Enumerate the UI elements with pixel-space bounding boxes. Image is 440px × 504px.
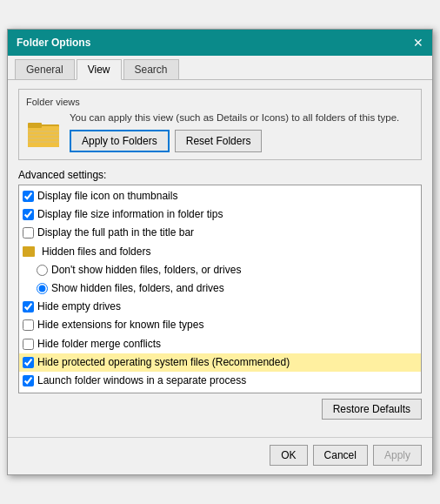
apply-button[interactable]: Apply [373, 445, 422, 466]
list-item: Display the full path in the title bar [19, 224, 421, 242]
list-item: Don't show hidden files, folders, or dri… [19, 261, 421, 279]
dont-show-hidden-radio[interactable] [37, 265, 48, 276]
folder-icon [26, 116, 61, 149]
advanced-settings-label: Advanced settings: [18, 169, 422, 181]
folder-options-dialog: Folder Options ✕ General View Search Fol… [7, 29, 433, 475]
svg-rect-2 [28, 123, 42, 128]
settings-list-container[interactable]: Display file icon on thumbnails Display … [18, 185, 422, 393]
svg-rect-1 [28, 126, 59, 147]
list-item: Display file size information in folder … [19, 205, 421, 224]
tab-bar: General View Search [8, 56, 432, 80]
folder-views-buttons: Apply to Folders Reset Folders [70, 130, 399, 152]
hide-extensions-checkbox[interactable] [23, 319, 34, 331]
hide-empty-drives-checkbox[interactable] [23, 301, 34, 312]
dialog-content: Folder views You can [8, 80, 432, 432]
list-item-label: Hide empty drives [37, 299, 121, 315]
cancel-button[interactable]: Cancel [313, 445, 368, 466]
list-item-label: Display file size information in folder … [37, 206, 223, 223]
folder-small-icon [23, 246, 35, 257]
reset-folders-button[interactable]: Reset Folders [175, 130, 263, 152]
folder-views-legend: Folder views [26, 97, 414, 107]
hide-protected-checkbox[interactable] [23, 357, 34, 368]
list-item: Show hidden files, folders, and drives [19, 279, 421, 298]
list-item-label: Hide extensions for known file types [37, 317, 203, 333]
title-bar: Folder Options ✕ [8, 30, 432, 56]
display-file-size-checkbox[interactable] [23, 209, 34, 220]
list-item-highlighted: Hide protected operating system files (R… [19, 353, 421, 372]
folder-views-body: You can apply this view (such as Details… [26, 112, 414, 152]
list-item: Hide extensions for known file types [19, 316, 421, 334]
show-hidden-radio[interactable] [37, 283, 48, 294]
folder-views-description: You can apply this view (such as Details… [70, 112, 399, 152]
ok-button[interactable]: OK [270, 445, 307, 466]
hidden-files-section: Hidden files and folders [19, 243, 421, 261]
list-item-label: Restore previous folder windows at logon [37, 391, 228, 393]
restore-defaults-button[interactable]: Restore Defaults [322, 399, 422, 420]
list-item-label: Don't show hidden files, folders, or dri… [51, 262, 241, 279]
list-item-label: Display the full path in the title bar [37, 225, 194, 241]
hide-folder-merge-checkbox[interactable] [23, 339, 34, 350]
list-item-label: Hide folder merge conflicts [37, 336, 161, 353]
tab-general[interactable]: General [15, 59, 75, 79]
dialog-title: Folder Options [17, 37, 90, 49]
list-item-label: Hidden files and folders [42, 244, 150, 260]
display-file-icon-checkbox[interactable] [23, 191, 34, 202]
apply-to-folders-button[interactable]: Apply to Folders [70, 130, 170, 152]
list-item: Hide folder merge conflicts [19, 335, 421, 353]
list-item-label: Hide protected operating system files (R… [37, 354, 290, 371]
list-item: Hide empty drives [19, 298, 421, 316]
folder-views-text: You can apply this view (such as Details… [70, 112, 399, 123]
list-item: Restore previous folder windows at logon [19, 390, 421, 393]
list-item-label: Display file icon on thumbnails [37, 188, 177, 205]
launch-folder-checkbox[interactable] [23, 375, 34, 386]
list-item: Display file icon on thumbnails [19, 187, 421, 205]
close-button[interactable]: ✕ [413, 37, 423, 49]
tab-search[interactable]: Search [123, 59, 179, 79]
list-item-label: Show hidden files, folders, and drives [51, 280, 224, 297]
restore-defaults-row: Restore Defaults [18, 399, 422, 420]
list-item-label: Launch folder windows in a separate proc… [37, 373, 246, 389]
settings-list: Display file icon on thumbnails Display … [19, 185, 421, 393]
display-full-path-checkbox[interactable] [23, 227, 34, 239]
folder-views-group: Folder views You can [18, 89, 422, 160]
list-item: Launch folder windows in a separate proc… [19, 372, 421, 390]
dialog-button-row: OK Cancel Apply [8, 437, 432, 474]
tab-view[interactable]: View [77, 59, 122, 80]
